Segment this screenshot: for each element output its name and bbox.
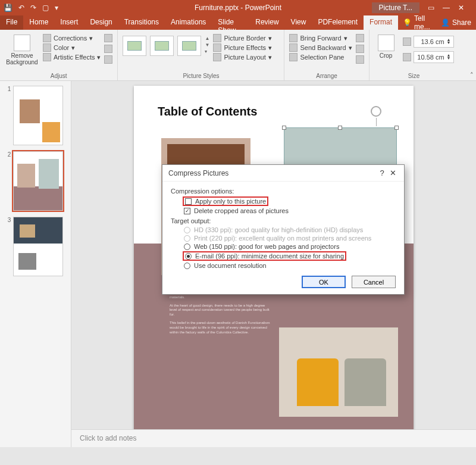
slide-thumb-2[interactable] [13,151,63,211]
tell-me[interactable]: 💡Tell me... [398,15,436,30]
title-bar: 💾 ↶ ↷ ▢ ▾ Furniture.pptx - PowerPoint Pi… [0,0,476,15]
checkbox-delete-cropped[interactable]: Delete cropped areas of pictures [171,207,396,215]
corrections-icon [43,34,51,42]
tab-pdfelement[interactable]: PDFelement [312,15,364,30]
bring-forward-button[interactable]: Bring Forward ▾ [289,34,352,42]
collapse-ribbon-icon[interactable]: ˄ [470,71,474,79]
picture-effects-button[interactable]: Picture Effects ▾ [213,43,272,52]
change-picture-icon[interactable] [104,45,112,53]
radio-email[interactable]: E-mail (96 ppi): minimize document size … [171,251,396,261]
group-size: Crop 13.6 cm ▲▼ 10.58 cm ▲▼ Size [369,30,459,80]
tab-insert[interactable]: Insert [54,15,84,30]
group-adjust: Remove Background Corrections ▾ Color ▾ … [0,30,118,80]
checkbox-apply-only[interactable]: Apply only to this picture [171,196,396,207]
thumb-number: 3 [8,217,11,276]
dialog-help-icon[interactable]: ? [377,168,387,177]
tab-animations[interactable]: Animations [165,15,212,30]
tab-file[interactable]: File [0,15,23,30]
radio-web[interactable]: Web (150 ppi): good for web pages and pr… [171,242,396,251]
picture-border-button[interactable]: Picture Border ▾ [213,34,272,42]
layout-icon [213,53,221,61]
resize-handle[interactable] [282,126,286,130]
chair-orange [297,358,339,406]
style-thumb[interactable] [150,36,174,56]
radio-document-resolution[interactable]: Use document resolution [171,261,396,270]
color-button[interactable]: Color ▾ [43,43,101,52]
send-backward-icon [289,43,298,52]
tab-review[interactable]: Review [249,15,284,30]
style-thumb[interactable] [177,36,201,56]
gallery-up-icon[interactable]: ▲ [205,36,209,41]
notes-placeholder: Click to add notes [80,434,136,442]
radio-icon[interactable] [184,244,190,250]
window-minimize-icon[interactable]: — [443,4,450,12]
ribbon: Remove Background Corrections ▾ Color ▾ … [0,30,476,81]
radio-icon [184,227,190,233]
rotate-handle-icon[interactable] [371,106,381,117]
height-input[interactable]: 13.6 cm ▲▼ [414,36,454,48]
tab-view[interactable]: View [285,15,312,30]
ribbon-tabs: File Home Insert Design Transitions Anim… [0,15,476,30]
save-icon[interactable]: 💾 [4,4,12,12]
resize-handle[interactable] [394,126,399,130]
cancel-button[interactable]: Cancel [352,276,396,288]
picture-layout-button[interactable]: Picture Layout ▾ [213,53,272,61]
width-icon [403,53,411,61]
selection-pane-button[interactable]: Selection Pane [289,53,352,61]
undo-icon[interactable]: ↶ [18,4,24,12]
group-icon[interactable] [356,45,364,53]
checkbox-icon[interactable] [184,208,190,214]
tab-home[interactable]: Home [23,15,54,30]
remove-background-icon [14,35,30,51]
tab-design[interactable]: Design [84,15,118,30]
slide-thumbnails[interactable]: 1 2 3 [0,81,71,447]
thumb-number: 1 [8,86,11,145]
slide-thumb-3[interactable] [13,217,63,276]
slide-para: This belief in the pared-down aesthetic … [170,321,271,335]
redo-icon[interactable]: ↷ [30,4,36,12]
window-close-icon[interactable]: ✕ [458,4,464,12]
window-restore-icon[interactable]: ▭ [428,4,434,12]
style-thumb[interactable] [123,36,146,56]
compress-pictures-dialog: Compress Pictures ? ✕ Compression option… [162,164,405,295]
gallery-down-icon[interactable]: ▼ [205,42,209,48]
radio-icon[interactable] [184,263,190,269]
notes-pane[interactable]: Click to add notes [71,429,476,447]
qat-more-icon[interactable]: ▾ [55,4,58,12]
checkbox-icon[interactable] [185,198,192,205]
remove-background-button[interactable]: Remove Background [5,32,39,65]
width-input[interactable]: 10.58 cm ▲▼ [414,51,454,63]
bring-forward-icon [289,34,298,42]
picture-style-gallery[interactable]: ▲ ▼ ▾ [123,32,209,61]
dialog-close-icon[interactable]: ✕ [387,168,398,177]
slide-para: At the heart of good design, there needs… [170,304,271,317]
dialog-titlebar[interactable]: Compress Pictures ? ✕ [162,165,404,182]
share-button[interactable]: 👤Share [436,15,476,30]
corrections-button[interactable]: Corrections ▾ [43,34,101,42]
gallery-more-icon[interactable]: ▾ [205,49,209,54]
reset-picture-icon[interactable] [104,55,112,64]
lightbulb-icon: 💡 [403,18,412,27]
group-label-adjust: Adjust [5,73,112,80]
crop-button[interactable]: Crop [374,32,398,63]
slide-image-chairs[interactable] [279,327,398,417]
align-icon[interactable] [356,34,364,42]
radio-icon[interactable] [185,253,192,260]
ok-button[interactable]: OK [302,276,346,288]
artistic-icon [43,53,51,61]
slide-thumb-1[interactable] [13,86,63,145]
slideshow-icon[interactable]: ▢ [42,4,49,12]
group-label-arrange: Arrange [289,73,364,80]
send-backward-button[interactable]: Send Backward ▾ [289,43,352,52]
border-icon [213,34,221,42]
tab-slideshow[interactable]: Slide Show [212,15,249,30]
rotate-icon[interactable] [356,55,364,64]
resize-handle[interactable] [338,126,342,130]
radio-hd: HD (330 ppi): good quality for high-defi… [171,226,396,234]
group-label-styles: Picture Styles [123,73,279,80]
contextual-tab-label: Picture T... [372,2,419,13]
artistic-effects-button[interactable]: Artistic Effects ▾ [43,53,101,61]
compress-pictures-icon[interactable] [104,34,112,42]
tab-format[interactable]: Format [364,15,398,30]
tab-transitions[interactable]: Transitions [118,15,165,30]
